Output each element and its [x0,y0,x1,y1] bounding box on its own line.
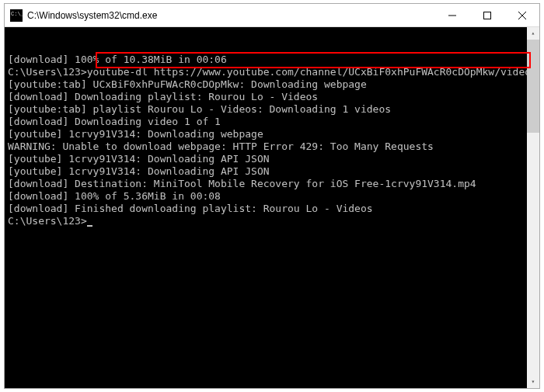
terminal-line: [download] Downloading playlist: Rourou … [8,91,536,103]
minimize-button[interactable] [434,4,469,26]
terminal-output: [download] 100% of 10.38MiB in 00:06C:\U… [8,54,536,227]
maximize-button[interactable] [469,4,504,26]
cmd-icon [10,9,23,22]
window-title: C:\Windows\system32\cmd.exe [27,10,434,21]
terminal-area[interactable]: [download] 100% of 10.38MiB in 00:06C:\U… [5,27,539,388]
terminal-line: [youtube:tab] playlist Rourou Lo - Video… [8,103,536,116]
terminal-line: [download] Destination: MiniTool Mobile … [8,178,536,190]
terminal-line: C:\Users\123> [8,215,536,227]
terminal-line: [download] 100% of 5.36MiB in 00:08 [8,190,536,203]
minimize-icon [448,12,456,19]
scroll-up-button[interactable] [527,27,539,40]
terminal-line: [youtube] 1crvy91V314: Downloading webpa… [8,128,536,140]
terminal-line: C:\Users\123>youtube-dl https://www.yout… [8,66,536,78]
cmd-window: C:\Windows\system32\cmd.exe [download] 1… [4,3,540,389]
terminal-line: [download] Downloading video 1 of 1 [8,116,536,128]
close-button[interactable] [504,4,539,26]
terminal-line: [youtube] 1crvy91V314: Downloading API J… [8,165,536,178]
titlebar[interactable]: C:\Windows\system32\cmd.exe [5,4,539,27]
window-controls [434,4,539,26]
terminal-line: WARNING: Unable to download webpage: HTT… [8,140,536,153]
close-icon [518,12,526,19]
terminal-line: [youtube:tab] UCxBiF0xhPuFWAcR0cDOpMkw: … [8,78,536,91]
maximize-icon [483,12,491,19]
terminal-line: [download] 100% of 10.38MiB in 00:06 [8,54,536,66]
scrollbar[interactable] [527,27,539,388]
scroll-down-button[interactable] [527,376,539,388]
cursor [87,225,92,227]
terminal-line: [download] Finished downloading playlist… [8,203,536,215]
scrollbar-thumb[interactable] [527,40,539,133]
terminal-line: [youtube] 1crvy91V314: Downloading API J… [8,153,536,165]
svg-rect-1 [483,12,490,19]
